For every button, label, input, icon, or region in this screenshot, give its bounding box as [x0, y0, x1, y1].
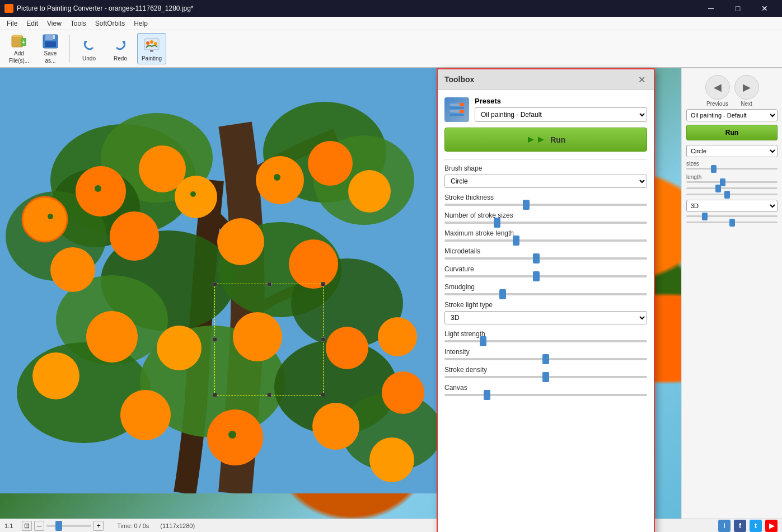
redo-button[interactable]: Redo [106, 33, 135, 64]
bottom-icons: i f t ▶ [718, 520, 778, 532]
maximize-button[interactable]: □ [725, 0, 751, 17]
secondary-slider3-track [686, 187, 778, 189]
run-arrow-icon: ►► [526, 134, 546, 145]
stroke-density-setting: Stroke density [444, 366, 647, 378]
svg-point-38 [110, 211, 159, 261]
microdetails-setting: Microdetails [444, 247, 647, 260]
secondary-brush-shape-select[interactable]: Circle Square [686, 145, 778, 157]
main-area: Toolbox ✕ Presets [0, 68, 782, 519]
menu-edit[interactable]: Edit [22, 18, 43, 29]
zoom-slider[interactable] [46, 525, 91, 527]
next-container: ▶ Next [734, 75, 759, 107]
secondary-preset-select[interactable]: Oil painting - Default Oil painting - Vi… [686, 109, 778, 121]
svg-point-49 [326, 327, 368, 369]
secondary-sizes-label: sizes [686, 161, 778, 167]
smudging-slider[interactable] [444, 293, 647, 295]
resolution-info: (1117x1280) [160, 522, 195, 529]
svg-rect-7 [53, 35, 55, 39]
window-close-button[interactable]: ✕ [752, 0, 778, 17]
previous-button[interactable]: ◀ [705, 75, 730, 100]
secondary-slider5-thumb[interactable] [702, 213, 708, 220]
menu-tools[interactable]: Tools [66, 18, 91, 29]
zoom-level: 1:1 [4, 522, 13, 529]
zoom-minus-button[interactable]: ─ [34, 521, 44, 531]
svg-point-11 [146, 41, 149, 45]
menu-file[interactable]: File [2, 18, 22, 29]
painting-canvas [0, 68, 782, 519]
canvas-setting: Canvas [444, 384, 647, 396]
app-icon [4, 4, 13, 13]
microdetails-slider[interactable] [444, 257, 647, 260]
svg-point-13 [154, 42, 157, 45]
save-as-button[interactable]: Save as... [36, 33, 65, 64]
toolbox-panel: Toolbox ✕ Presets [437, 68, 655, 532]
secondary-stroke-light-select[interactable]: 3D 2D None [686, 200, 778, 212]
svg-point-50 [32, 352, 79, 399]
menu-help[interactable]: Help [129, 18, 152, 29]
secondary-length-label: length [686, 174, 778, 180]
undo-button[interactable]: Undo [74, 33, 104, 64]
add-file-button[interactable]: + Add File(s)... [4, 33, 34, 64]
intensity-slider[interactable] [444, 358, 647, 360]
presets-select[interactable]: Oil painting - Default Oil painting - Vi… [475, 107, 647, 122]
divider-1 [444, 159, 647, 160]
svg-point-43 [348, 170, 391, 213]
toolbox-header: Toolbox ✕ [438, 69, 654, 90]
svg-rect-6 [45, 41, 56, 47]
painting-button[interactable]: Painting [137, 33, 166, 64]
num-stroke-sizes-slider[interactable] [444, 222, 647, 224]
svg-rect-63 [460, 103, 464, 106]
canvas-slider[interactable] [444, 394, 647, 396]
svg-point-12 [150, 40, 153, 44]
menu-softorbits[interactable]: SoftOrbits [91, 18, 129, 29]
secondary-slider6-thumb[interactable] [729, 219, 735, 227]
youtube-icon[interactable]: ▶ [765, 520, 778, 532]
svg-point-36 [175, 176, 217, 218]
max-stroke-length-slider[interactable] [444, 239, 647, 242]
title-bar-left: Picture to Painting Converter - oranges-… [4, 4, 194, 13]
add-file-label: Add [14, 50, 24, 57]
svg-point-41 [274, 174, 280, 181]
num-stroke-sizes-setting: Number of stroke sizes [444, 211, 647, 224]
stroke-light-type-setting: Stroke light type 3D 2D None [444, 301, 647, 324]
secondary-length-track [686, 181, 778, 183]
info-icon[interactable]: i [718, 520, 731, 532]
prev-next-container: ◀ Previous ▶ Next [682, 68, 782, 109]
toolbox-close-button[interactable]: ✕ [636, 74, 647, 85]
secondary-run-button[interactable]: Run [686, 125, 778, 140]
run-button[interactable]: ►► Run [444, 128, 647, 152]
light-strength-slider[interactable] [444, 340, 647, 342]
next-button[interactable]: ▶ [734, 75, 759, 100]
redo-label: Redo [114, 55, 127, 62]
svg-point-53 [228, 431, 236, 439]
stroke-thickness-slider[interactable] [444, 204, 647, 206]
facebook-icon[interactable]: f [734, 520, 746, 532]
secondary-sizes-slider-container [686, 168, 778, 170]
painting-label: Painting [142, 55, 162, 62]
curvature-setting: Curvature [444, 265, 647, 277]
svg-point-54 [312, 403, 359, 450]
curvature-slider[interactable] [444, 275, 647, 277]
svg-rect-64 [460, 110, 464, 113]
brush-shape-select[interactable]: Circle Square Diamond Flat [444, 175, 647, 188]
secondary-slider5-container [686, 215, 778, 217]
minimize-button[interactable]: ─ [698, 0, 724, 17]
secondary-slider6-container [686, 222, 778, 223]
zoom-fit-button[interactable]: ⊡ [22, 521, 32, 531]
svg-point-52 [207, 409, 263, 465]
file-info: Time: 0 / 0s [117, 522, 149, 529]
secondary-sizes-thumb[interactable] [711, 165, 717, 173]
stroke-light-type-select[interactable]: 3D 2D None [444, 311, 647, 324]
svg-rect-60 [449, 107, 464, 109]
twitter-icon[interactable]: t [750, 520, 762, 532]
svg-rect-62 [449, 114, 464, 116]
stroke-density-slider[interactable] [444, 376, 647, 378]
zoom-plus-button[interactable]: + [93, 521, 104, 531]
presets-label: Presets [475, 97, 647, 105]
secondary-slider3-thumb[interactable] [715, 185, 721, 192]
canvas-area[interactable] [0, 68, 782, 519]
secondary-slider4-thumb[interactable] [724, 191, 730, 199]
svg-point-33 [76, 166, 126, 216]
secondary-panel: ◀ Previous ▶ Next Oil painting - Default… [681, 68, 782, 519]
menu-view[interactable]: View [43, 18, 66, 29]
